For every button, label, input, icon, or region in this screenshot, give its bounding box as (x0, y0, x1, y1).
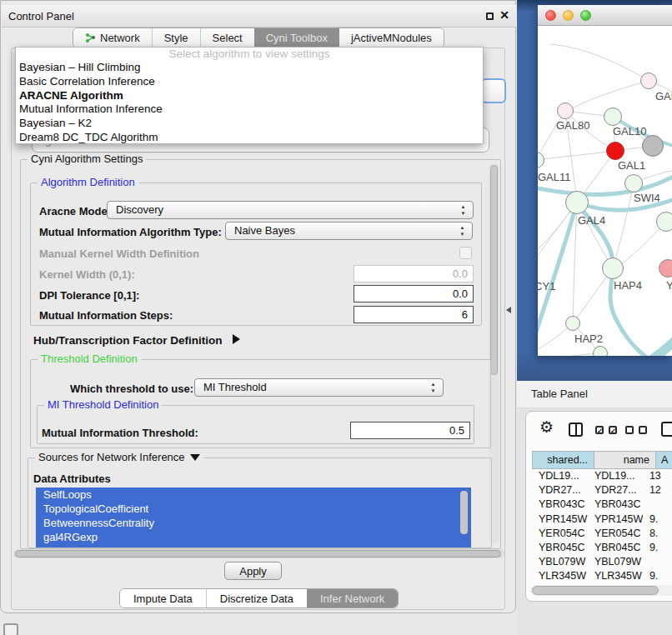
tab-cyni-toolbox[interactable]: Cyni Toolbox (254, 28, 339, 48)
table-row[interactable]: YBR045CYBR045C9. (532, 541, 672, 555)
settings-horizontal-scrollbar[interactable] (13, 549, 504, 558)
collapse-icon[interactable] (190, 454, 200, 461)
table-row[interactable]: YBR043CYBR043C (532, 498, 672, 512)
settings-vertical-scrollbar-thumb[interactable] (490, 165, 498, 375)
node-label: Y (666, 279, 672, 292)
dropdown-item[interactable]: Mutual Information Inference (16, 102, 483, 117)
dropdown-item[interactable]: Bayesian – K2 (16, 117, 483, 131)
list-item[interactable]: TopologicalCoefficient (36, 502, 471, 516)
table-row[interactable]: YLR345WYLR345W9. (532, 569, 672, 583)
zoom-traffic-light-icon[interactable] (580, 10, 591, 21)
table-row[interactable]: YER054CYER054C8. (532, 527, 672, 541)
network-node[interactable] (642, 135, 664, 157)
table-row[interactable]: YPR145WYPR145W9. (532, 512, 672, 527)
new-table-icon[interactable] (661, 422, 672, 437)
table-row[interactable]: YDR27...YDR27...12 (532, 483, 672, 498)
list-item[interactable]: BetweennessCentrality (36, 516, 471, 530)
deselect-all-checkbox-icon[interactable] (625, 426, 634, 434)
mi-threshold-legend: MI Threshold Definition (44, 398, 162, 411)
kernel-width-field[interactable]: 0.0 (354, 265, 474, 282)
manual-kernel-checkbox[interactable] (459, 247, 472, 259)
network-node[interactable] (565, 316, 580, 331)
table-body[interactable]: YDL19...YDL19...13 YDR27...YDR27...12 YB… (532, 469, 672, 587)
network-node-selected[interactable] (606, 142, 624, 160)
table-header-row: shared... name A (532, 451, 672, 469)
kernel-width-label: Kernel Width (0,1): (39, 268, 135, 281)
panel-splitter-grip-icon[interactable] (506, 307, 511, 313)
column-header[interactable]: A (656, 451, 672, 469)
table-horizontal-scrollbar-thumb[interactable] (532, 586, 659, 595)
dropdown-item[interactable]: Bayesian – Hill Climbing (16, 61, 483, 75)
network-node[interactable] (565, 191, 589, 214)
settings-horizontal-scrollbar-thumb[interactable] (15, 550, 501, 558)
gear-icon[interactable]: ⚙ (539, 419, 554, 435)
aracne-mode-combo[interactable]: Discovery ▲▼ (107, 201, 474, 219)
deselect-all-checkbox-icon[interactable] (639, 426, 647, 434)
column-header[interactable]: shared... (532, 451, 594, 469)
network-node[interactable] (593, 346, 608, 356)
network-node[interactable] (656, 212, 672, 232)
which-threshold-combo[interactable]: MI Threshold ▲▼ (194, 378, 444, 397)
control-panel-titlebar[interactable]: Control Panel ✕ (2, 5, 516, 28)
data-attributes-label: Data Attributes (33, 472, 111, 485)
which-threshold-value: MI Threshold (203, 381, 267, 393)
table-row[interactable]: YDL19...YDL19...13 (532, 469, 672, 483)
tab-jactivemnodules[interactable]: jActiveMNodules (339, 28, 444, 48)
cyni-bottom-tab-bar: Impute Data Discretize Data Infer Networ… (119, 588, 399, 608)
close-icon[interactable]: ✕ (499, 8, 509, 22)
list-item[interactable]: SelfLoops (36, 488, 471, 502)
float-window-icon[interactable] (486, 12, 494, 20)
tab-discretize-data[interactable]: Discretize Data (206, 589, 307, 608)
hub-definition-section[interactable]: Hub/Transcription Factor Definition (33, 332, 240, 348)
tab-select-label: Select (213, 32, 243, 44)
column-chooser-icon[interactable] (569, 422, 583, 437)
tab-infer-network[interactable]: Infer Network (307, 589, 398, 608)
mi-steps-field[interactable]: 6 (354, 306, 474, 323)
mi-steps-label: Mutual Information Steps: (39, 309, 173, 322)
network-node[interactable] (604, 108, 622, 126)
dropdown-item[interactable]: Dream8 DC_TDC Algorithm (16, 131, 483, 145)
column-header[interactable]: name (594, 451, 656, 469)
network-node[interactable] (624, 174, 643, 192)
dropdown-item[interactable]: Basic Correlation Inference (16, 75, 483, 89)
select-all-checkbox-icon[interactable]: ✓ (609, 426, 617, 434)
table-panel-titlebar: Table Panel (517, 381, 672, 408)
mi-threshold-label: Mutual Information Threshold: (42, 427, 198, 439)
network-node[interactable] (640, 72, 657, 89)
node-label: SWI4 (634, 192, 660, 204)
hub-definition-label: Hub/Transcription Factor Definition (33, 334, 223, 347)
close-traffic-light-icon[interactable] (545, 10, 556, 21)
mi-threshold-field[interactable]: 0.5 (350, 422, 470, 439)
dropdown-item-selected[interactable]: ARACNE Algorithm (16, 89, 483, 103)
mi-type-combo[interactable]: Naive Bayes ▲▼ (225, 222, 473, 240)
tab-style[interactable]: Style (152, 28, 200, 48)
network-node[interactable] (557, 102, 574, 119)
which-threshold-label: Which threshold to use: (70, 382, 193, 395)
node-label: HAP4 (614, 279, 642, 292)
docked-panel-icon[interactable] (3, 623, 18, 635)
select-all-checkbox-icon[interactable]: ✓ (595, 426, 604, 434)
table-row[interactable]: YBL079WYBL079W (532, 555, 672, 569)
network-node[interactable] (602, 258, 624, 279)
list-item[interactable]: gal4RGexp (36, 530, 471, 544)
minimize-traffic-light-icon[interactable] (563, 10, 574, 21)
attributes-scrollbar-thumb[interactable] (460, 491, 468, 534)
network-window-titlebar[interactable] (538, 5, 672, 26)
focused-spinner-fragment[interactable] (481, 78, 506, 103)
node-label: GAL10 (613, 125, 646, 138)
aracne-mode-label: Aracne Mode: (39, 205, 111, 218)
tab-style-label: Style (164, 32, 188, 44)
expand-icon[interactable] (233, 334, 240, 344)
network-canvas[interactable]: GAL GAL80 GAL10 GAL1 GAL11 SWI4 GAL4 GCY… (538, 26, 672, 356)
data-attributes-list[interactable]: SelfLoops TopologicalCoefficient Between… (36, 488, 471, 548)
tab-impute-data[interactable]: Impute Data (120, 589, 206, 608)
node-label: GAL80 (556, 119, 589, 132)
apply-button[interactable]: Apply (224, 562, 282, 580)
network-node[interactable] (659, 259, 672, 278)
dpi-tolerance-field[interactable]: 0.0 (354, 285, 474, 302)
control-panel-tab-bar: Network Style Select Cyni Toolbox jActiv… (73, 28, 444, 48)
table-panel-title: Table Panel (531, 388, 588, 400)
tab-network[interactable]: Network (73, 28, 152, 48)
tab-select[interactable]: Select (200, 28, 254, 48)
table-horizontal-scrollbar[interactable] (530, 585, 672, 596)
